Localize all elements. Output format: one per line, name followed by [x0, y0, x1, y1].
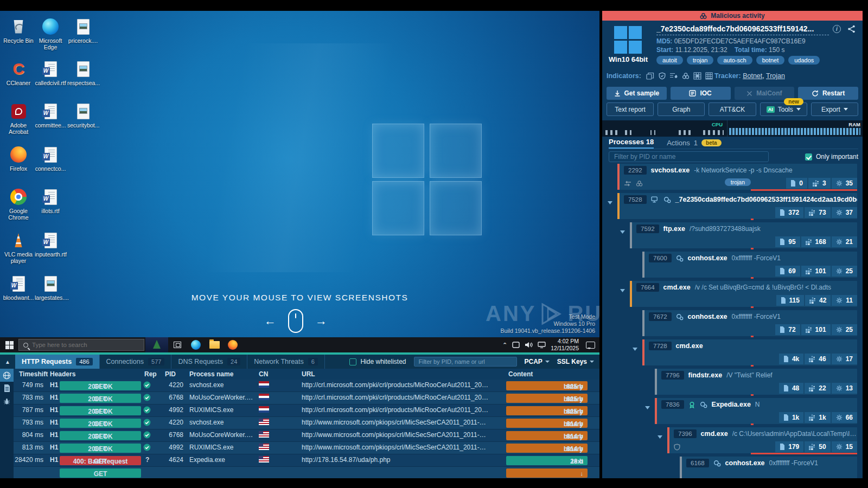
tree-collapse-icon[interactable]: [633, 343, 637, 353]
info-icon[interactable]: i: [833, 25, 841, 33]
modules-count[interactable]: 3: [808, 178, 831, 189]
tag-udados[interactable]: udados: [788, 56, 820, 65]
network-tab-network-threats[interactable]: Network Threats6: [247, 355, 325, 369]
desktop-icon-committee-[interactable]: Wcommittee...: [35, 102, 66, 129]
process-row-7836[interactable]: 7836Expedia.exeN1k1k66: [655, 398, 857, 424]
process-row-7592[interactable]: 7592ftp.exe/?suhd8937273488uajsk9516821: [630, 222, 857, 248]
taskbar-clock[interactable]: 4:02 PM 12/11/2025: [551, 338, 579, 351]
desktop-icon-securitybot-[interactable]: securitybot...: [67, 102, 99, 129]
next-screenshot-arrow-icon[interactable]: →: [315, 314, 327, 328]
files-count[interactable]: 48: [779, 383, 803, 394]
events-count[interactable]: 15: [832, 441, 857, 452]
start-button[interactable]: [0, 337, 18, 352]
files-count[interactable]: 179: [775, 441, 803, 452]
tag-botnet[interactable]: botnet: [756, 56, 785, 65]
tree-collapse-icon[interactable]: [620, 285, 625, 294]
desktop-icon-connectco-[interactable]: Wconnectco...: [35, 145, 66, 172]
desktop-icon-recycle-bin[interactable]: Recycle Bin: [3, 17, 34, 44]
table-row[interactable]: 793 msH1GET|200: OK4220svchost.exehttp:/…: [0, 417, 599, 429]
process-row-7664[interactable]: 7664cmd.exe/v /c Set uBivqBrG=cmd & !uBi…: [630, 281, 857, 307]
desktop-icon-respectsea-[interactable]: respectsea...: [67, 60, 99, 86]
tab-actions[interactable]: Actions 1 beta: [667, 139, 721, 147]
desktop-icon-inputearth-rtf[interactable]: Winputearth.rtf: [35, 231, 66, 258]
events-count[interactable]: 25: [832, 266, 857, 277]
tray-tablet-icon[interactable]: [512, 342, 520, 348]
tree-collapse-icon[interactable]: [658, 431, 662, 441]
tools-button[interactable]: AIToolsnew: [760, 102, 807, 116]
tab-processes[interactable]: Processes 18: [609, 138, 654, 149]
modules-count[interactable]: 73: [805, 207, 830, 218]
text-report-button[interactable]: Text report: [607, 102, 654, 116]
network-tab-dns-requests[interactable]: DNS Requests24: [171, 355, 247, 369]
tag-trojan[interactable]: trojan: [687, 56, 714, 65]
threats-rail-icon[interactable]: [0, 395, 14, 408]
process-row-7672[interactable]: 7672conhost.exe0xffffffff -ForceV1721012…: [642, 310, 857, 336]
modules-count[interactable]: 101: [801, 266, 831, 277]
taskbar-explorer-button[interactable]: [205, 337, 224, 352]
prev-screenshot-arrow-icon[interactable]: ←: [264, 314, 276, 328]
modules-count[interactable]: 101: [801, 324, 831, 335]
taskbar-widget-tile[interactable]: [145, 337, 168, 352]
desktop-icon-ccleaner[interactable]: CCCleaner: [3, 60, 34, 86]
notification-center-icon[interactable]: [586, 342, 595, 349]
desktop-icon-illots-rtf[interactable]: Willots.rtf: [35, 188, 66, 214]
modules-count[interactable]: 42: [805, 295, 831, 306]
restart-button[interactable]: Restart: [798, 87, 858, 100]
process-row-2292[interactable]: 2292svchost.exe-k NetworkService -p -s D…: [617, 164, 857, 190]
events-count[interactable]: 17: [832, 354, 857, 364]
indicator-table-icon[interactable]: [705, 72, 713, 80]
taskbar-edge-button[interactable]: [187, 337, 205, 352]
events-count[interactable]: 11: [832, 295, 857, 306]
process-row-7528[interactable]: 7528_7e2350cda89ffedc7bd060962533ff15914…: [617, 193, 857, 219]
desktop-icon-calledcivil-rtf[interactable]: Wcalledcivil.rtf: [35, 60, 66, 86]
indicator-copy-icon[interactable]: [646, 72, 655, 80]
files-count[interactable]: 115: [776, 295, 804, 306]
remote-desktop-view[interactable]: Recycle BinMicrosoft Edgepricerock....CC…: [0, 11, 599, 337]
events-count[interactable]: 13: [832, 383, 857, 394]
desktop-icon-adobe-acrobat[interactable]: Adobe Acrobat: [3, 102, 34, 135]
indicator-registry-icon[interactable]: [669, 72, 678, 80]
get-sample-button[interactable]: Get sample: [607, 87, 667, 100]
indicator-biohazard-icon[interactable]: [682, 72, 690, 80]
files-count[interactable]: 95: [775, 236, 800, 247]
network-filter-input[interactable]: [414, 357, 517, 367]
files-count[interactable]: 372: [775, 207, 803, 218]
http-requests-rail-icon[interactable]: [0, 369, 14, 382]
process-row-7728[interactable]: 7728cmd.exe4k4617: [642, 339, 857, 365]
tracker-link-botnet[interactable]: Botnet: [743, 72, 762, 80]
table-row[interactable]: GET↓: [0, 467, 599, 478]
taskbar-search-box[interactable]: [18, 339, 144, 351]
files-rail-icon[interactable]: [0, 382, 14, 395]
indicator-pattern-icon[interactable]: [693, 72, 701, 80]
desktop-icon-microsoft-edge[interactable]: Microsoft Edge: [35, 17, 66, 50]
share-icon[interactable]: [847, 25, 856, 35]
malconf-button[interactable]: MalConf: [735, 87, 795, 100]
tag-auto-sch[interactable]: auto-sch: [717, 56, 752, 65]
search-input[interactable]: [32, 342, 124, 348]
table-row[interactable]: 28420 msH1GET|400: Bad Request?4624Exped…: [0, 454, 599, 467]
tree-collapse-icon[interactable]: [620, 226, 625, 236]
modules-count[interactable]: 1k: [805, 412, 830, 423]
process-row-7796[interactable]: 7796findstr.exe/V "Twist" Relief482213: [655, 369, 857, 395]
process-filter-input[interactable]: [609, 151, 769, 162]
table-row[interactable]: 804 msH1GET|200: OK6768MoUsoCoreWorker.e…: [0, 429, 599, 442]
modules-count[interactable]: 50: [805, 441, 830, 452]
speaker-icon[interactable]: [525, 342, 533, 348]
desktop-icon-google-chrome[interactable]: Google Chrome: [3, 188, 34, 221]
ssl-keys-dropdown[interactable]: SSL Keys: [557, 358, 594, 365]
desktop-icon-pricerock-[interactable]: pricerock....: [67, 17, 99, 44]
files-count[interactable]: 72: [775, 324, 800, 335]
tag-autoit[interactable]: autoit: [656, 56, 683, 65]
events-count[interactable]: 25: [832, 324, 857, 335]
events-count[interactable]: 21: [832, 236, 857, 247]
files-count[interactable]: 1k: [779, 412, 803, 423]
network-tab-http-requests[interactable]: HTTP Requests486: [15, 355, 100, 369]
files-count[interactable]: 69: [775, 266, 800, 277]
network-icon[interactable]: [538, 342, 546, 348]
taskbar-firefox-button[interactable]: [224, 337, 242, 352]
modules-count[interactable]: 168: [801, 236, 831, 247]
table-row[interactable]: 787 msH1GET|200: OK4992RUXIMICS.exehttp:…: [0, 404, 599, 417]
files-count[interactable]: 0: [786, 178, 807, 189]
tree-collapse-icon[interactable]: [608, 197, 612, 207]
events-count[interactable]: 66: [832, 412, 857, 423]
